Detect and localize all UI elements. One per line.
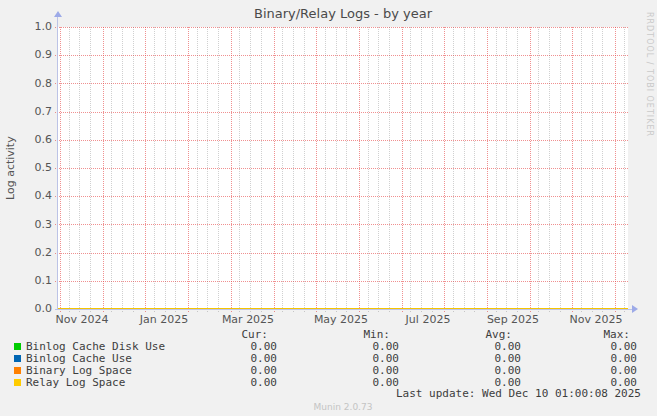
x-tick: Sep 2025 xyxy=(487,313,539,326)
series-swatch xyxy=(14,355,21,362)
rrdtool-watermark: RRDTOOL / TOBI OETIKER xyxy=(645,12,654,137)
gridline xyxy=(55,55,628,56)
x-tick: Mar 2025 xyxy=(222,313,274,326)
series-min-value: 0.00 xyxy=(329,365,399,376)
munin-graph-page: Binary/Relay Logs - by year RRDTOOL / TO… xyxy=(0,0,657,416)
gridline xyxy=(602,27,603,312)
gridline xyxy=(487,27,488,312)
gridline xyxy=(572,27,573,312)
y-tick: 1.0 xyxy=(20,21,52,33)
series-avg-value: 0.00 xyxy=(451,353,521,364)
legend-header-cur: Cur: xyxy=(198,329,268,340)
y-tick: 0.4 xyxy=(20,190,52,202)
gridline xyxy=(165,27,166,312)
y-tick: 0.1 xyxy=(20,275,52,287)
gridline xyxy=(55,83,628,84)
y-tick: 0.8 xyxy=(20,78,52,90)
series-min-value: 0.00 xyxy=(329,341,399,352)
gridline xyxy=(316,27,317,312)
last-update-text: Last update: Wed Dec 10 01:00:08 2025 xyxy=(396,388,641,399)
x-tick: Jan 2025 xyxy=(140,313,188,326)
gridline xyxy=(188,27,189,312)
gridline xyxy=(122,27,123,312)
plot-area xyxy=(58,27,628,309)
series-min-value: 0.00 xyxy=(329,377,399,388)
series-max-value: 0.00 xyxy=(567,353,637,364)
legend-header-avg: Avg: xyxy=(442,329,512,340)
x-tick: Jul 2025 xyxy=(406,313,451,326)
series-label: Binlog Cache Use xyxy=(26,353,132,364)
gridline xyxy=(378,27,379,312)
gridline xyxy=(581,27,582,312)
series-cur-value: 0.00 xyxy=(207,365,277,376)
series-label: Binlog Cache Disk Use xyxy=(26,341,165,352)
gridline xyxy=(592,27,593,312)
gridline xyxy=(111,27,112,312)
gridline xyxy=(538,27,539,312)
y-tick: 0.6 xyxy=(20,134,52,146)
gridline xyxy=(464,27,465,312)
gridline xyxy=(55,196,628,197)
gridline xyxy=(615,27,616,312)
series-max-value: 0.00 xyxy=(567,365,637,376)
gridline xyxy=(517,27,518,312)
gridline xyxy=(55,140,628,141)
y-axis-line xyxy=(57,16,58,310)
gridline xyxy=(560,27,561,312)
gridline xyxy=(496,27,497,312)
gridline xyxy=(55,27,628,28)
zero-value-series-line xyxy=(58,308,628,309)
x-tick: May 2025 xyxy=(314,313,368,326)
gridline xyxy=(55,112,628,113)
series-cur-value: 0.00 xyxy=(207,341,277,352)
munin-version-text: Munin 2.0.73 xyxy=(58,402,628,412)
gridline xyxy=(444,27,445,312)
gridline xyxy=(175,27,176,312)
gridline xyxy=(274,27,275,312)
gridline xyxy=(103,27,104,312)
gridline xyxy=(218,27,219,312)
y-tick: 0.7 xyxy=(20,106,52,118)
series-cur-value: 0.00 xyxy=(207,377,277,388)
gridline xyxy=(549,27,550,312)
y-axis-arrow-icon xyxy=(54,11,62,17)
series-min-value: 0.00 xyxy=(329,353,399,364)
gridline xyxy=(55,281,628,282)
gridline xyxy=(231,27,232,312)
gridline xyxy=(624,27,625,312)
gridline xyxy=(359,27,360,312)
y-tick: 0.9 xyxy=(20,49,52,61)
gridline xyxy=(207,27,208,312)
chart-title: Binary/Relay Logs - by year xyxy=(58,6,628,21)
series-swatch xyxy=(14,367,21,374)
gridline xyxy=(368,27,369,312)
gridline xyxy=(402,27,403,312)
gridline xyxy=(145,27,146,312)
gridline xyxy=(506,27,507,312)
gridline xyxy=(346,27,347,312)
gridline xyxy=(250,27,251,312)
legend-header-min: Min: xyxy=(320,329,390,340)
y-tick: 0.3 xyxy=(20,219,52,231)
x-tick: Nov 2025 xyxy=(570,313,623,326)
series-avg-value: 0.00 xyxy=(451,341,521,352)
gridline xyxy=(239,27,240,312)
gridline xyxy=(410,27,411,312)
gridline xyxy=(79,27,80,312)
gridline xyxy=(154,27,155,312)
x-axis-line xyxy=(55,309,632,310)
gridline xyxy=(453,27,454,312)
gridline xyxy=(304,27,305,312)
gridline xyxy=(336,27,337,312)
gridline xyxy=(133,27,134,312)
x-tick: Nov 2024 xyxy=(56,313,109,326)
y-tick: 0.2 xyxy=(20,247,52,259)
gridline xyxy=(69,27,70,312)
gridline xyxy=(530,27,531,312)
gridline xyxy=(197,27,198,312)
gridline xyxy=(282,27,283,312)
gridline xyxy=(432,27,433,312)
y-tick: 0.5 xyxy=(20,162,52,174)
gridline xyxy=(421,27,422,312)
series-avg-value: 0.00 xyxy=(451,365,521,376)
